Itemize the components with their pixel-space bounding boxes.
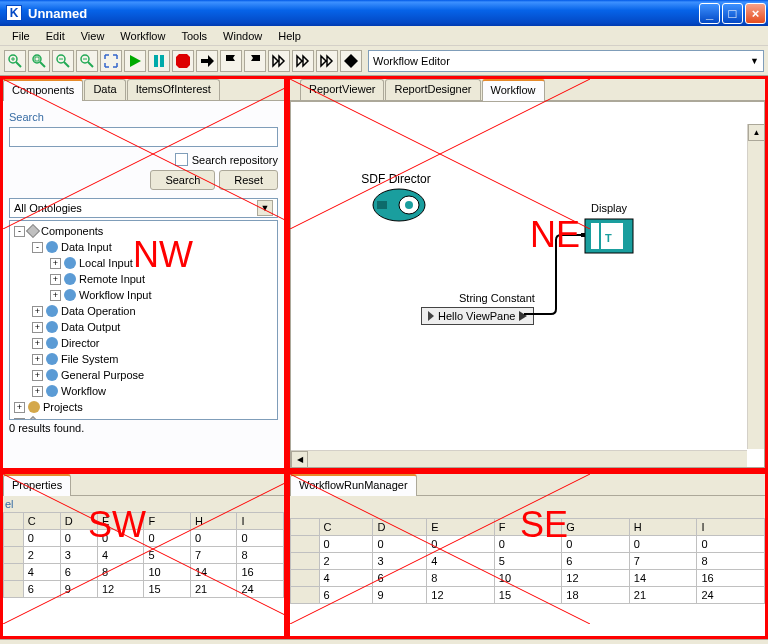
scrollbar-vertical[interactable]: ▲ bbox=[747, 124, 764, 449]
search-input[interactable] bbox=[9, 127, 278, 147]
cell[interactable]: 9 bbox=[60, 581, 97, 598]
cell[interactable]: 0 bbox=[373, 536, 427, 553]
menu-edit[interactable]: Edit bbox=[38, 28, 73, 44]
expand-icon[interactable]: + bbox=[32, 338, 43, 349]
table-row[interactable]: 234578 bbox=[4, 547, 284, 564]
cell[interactable]: 0 bbox=[144, 530, 191, 547]
flag-end-icon[interactable] bbox=[244, 50, 266, 72]
cell[interactable]: 4 bbox=[427, 553, 495, 570]
tree-node[interactable]: +Data Operation bbox=[12, 303, 275, 319]
cell[interactable]: 21 bbox=[190, 581, 237, 598]
cell[interactable]: 9 bbox=[373, 587, 427, 604]
cell[interactable]: 12 bbox=[562, 570, 630, 587]
table-row[interactable]: 46810121416 bbox=[291, 570, 765, 587]
menu-file[interactable]: File bbox=[4, 28, 38, 44]
col-header[interactable]: E bbox=[427, 519, 495, 536]
col-header[interactable]: D bbox=[60, 513, 97, 530]
cell[interactable]: 8 bbox=[697, 553, 765, 570]
scrollbar-horizontal[interactable]: ◀ bbox=[291, 450, 747, 467]
display-actor[interactable]: T bbox=[581, 217, 635, 259]
tree-node[interactable]: +Local Input bbox=[12, 255, 275, 271]
cell[interactable]: 12 bbox=[427, 587, 495, 604]
table-row[interactable]: 468101416 bbox=[4, 564, 284, 581]
cell[interactable]: 6 bbox=[60, 564, 97, 581]
skip-fwd-icon[interactable] bbox=[268, 50, 290, 72]
cell[interactable]: 0 bbox=[97, 530, 144, 547]
tree-node[interactable]: -Components bbox=[12, 223, 275, 239]
table-row[interactable]: 0000000 bbox=[291, 536, 765, 553]
cell[interactable]: 4 bbox=[97, 547, 144, 564]
play-icon[interactable] bbox=[124, 50, 146, 72]
menu-window[interactable]: Window bbox=[215, 28, 270, 44]
cell[interactable]: 0 bbox=[60, 530, 97, 547]
col-header[interactable]: C bbox=[23, 513, 60, 530]
tab-itemsofinterest[interactable]: ItemsOfInterest bbox=[127, 79, 220, 100]
tree-node[interactable]: +Workflow Input bbox=[12, 287, 275, 303]
zoom-out-icon[interactable] bbox=[76, 50, 98, 72]
tab-properties[interactable]: Properties bbox=[3, 474, 71, 496]
arrow-right-icon[interactable] bbox=[196, 50, 218, 72]
cell[interactable]: 15 bbox=[144, 581, 191, 598]
cell[interactable]: 2 bbox=[23, 547, 60, 564]
workflow-canvas[interactable]: SDF Director Display T String Constant H… bbox=[290, 101, 765, 468]
cell[interactable]: 6 bbox=[373, 570, 427, 587]
cell[interactable]: 6 bbox=[23, 581, 60, 598]
expand-icon[interactable]: + bbox=[50, 258, 61, 269]
col-header[interactable]: G bbox=[562, 519, 630, 536]
cell[interactable]: 0 bbox=[237, 530, 284, 547]
col-header[interactable]: D bbox=[373, 519, 427, 536]
col-header[interactable]: F bbox=[494, 519, 562, 536]
cell[interactable]: 24 bbox=[697, 587, 765, 604]
cell[interactable]: 8 bbox=[427, 570, 495, 587]
cell[interactable]: 0 bbox=[494, 536, 562, 553]
zoom-reset-icon[interactable] bbox=[28, 50, 50, 72]
workflow-editor-select[interactable]: Workflow Editor ▼ bbox=[368, 50, 764, 72]
table-row[interactable]: 691215182124 bbox=[291, 587, 765, 604]
zoom-in-icon[interactable] bbox=[4, 50, 26, 72]
cell[interactable]: 0 bbox=[319, 536, 373, 553]
cell[interactable]: 18 bbox=[562, 587, 630, 604]
tree-node[interactable]: +Projects bbox=[12, 399, 275, 415]
cell[interactable]: 4 bbox=[23, 564, 60, 581]
col-header[interactable]: H bbox=[629, 519, 697, 536]
flag-icon[interactable] bbox=[220, 50, 242, 72]
next-icon[interactable] bbox=[316, 50, 338, 72]
cell[interactable]: 24 bbox=[237, 581, 284, 598]
cell[interactable]: 10 bbox=[494, 570, 562, 587]
cell[interactable]: 14 bbox=[190, 564, 237, 581]
cell[interactable]: 2 bbox=[319, 553, 373, 570]
string-constant-actor[interactable]: Hello ViewPane bbox=[421, 307, 534, 325]
cell[interactable]: 8 bbox=[97, 564, 144, 581]
cell[interactable]: 4 bbox=[319, 570, 373, 587]
cell[interactable]: 5 bbox=[144, 547, 191, 564]
tab-workflow[interactable]: Workflow bbox=[482, 79, 545, 101]
component-tree[interactable]: -Components-Data Input+Local Input+Remot… bbox=[9, 220, 278, 420]
tree-node[interactable]: +Director bbox=[12, 335, 275, 351]
ontology-select[interactable]: All Ontologies ▼ bbox=[9, 198, 278, 218]
cell[interactable]: 21 bbox=[629, 587, 697, 604]
table-row[interactable]: 6912152124 bbox=[4, 581, 284, 598]
run-manager-table[interactable]: CDEFGHI000000023456784681012141669121518… bbox=[290, 518, 765, 636]
cell[interactable]: 6 bbox=[562, 553, 630, 570]
col-header[interactable]: E bbox=[97, 513, 144, 530]
cell[interactable]: 0 bbox=[562, 536, 630, 553]
menu-workflow[interactable]: Workflow bbox=[112, 28, 173, 44]
tab-workflow-run-manager[interactable]: WorkflowRunManager bbox=[290, 474, 417, 496]
cell[interactable]: 0 bbox=[697, 536, 765, 553]
tab-reportdesigner[interactable]: ReportDesigner bbox=[385, 79, 480, 100]
ffwd-icon[interactable] bbox=[292, 50, 314, 72]
menu-help[interactable]: Help bbox=[270, 28, 309, 44]
expand-icon[interactable]: + bbox=[32, 370, 43, 381]
expand-icon[interactable]: + bbox=[14, 418, 25, 421]
sdf-director-actor[interactable] bbox=[371, 187, 427, 225]
diamond-icon[interactable] bbox=[340, 50, 362, 72]
stop-icon[interactable] bbox=[172, 50, 194, 72]
expand-icon[interactable]: + bbox=[50, 274, 61, 285]
cell[interactable]: 0 bbox=[629, 536, 697, 553]
table-row[interactable]: 000000 bbox=[4, 530, 284, 547]
table-row[interactable]: 2345678 bbox=[291, 553, 765, 570]
properties-table[interactable]: CDEFHI0000002345784681014166912152124 bbox=[3, 512, 284, 636]
menu-view[interactable]: View bbox=[73, 28, 113, 44]
cell[interactable]: 14 bbox=[629, 570, 697, 587]
expand-icon[interactable]: + bbox=[32, 322, 43, 333]
